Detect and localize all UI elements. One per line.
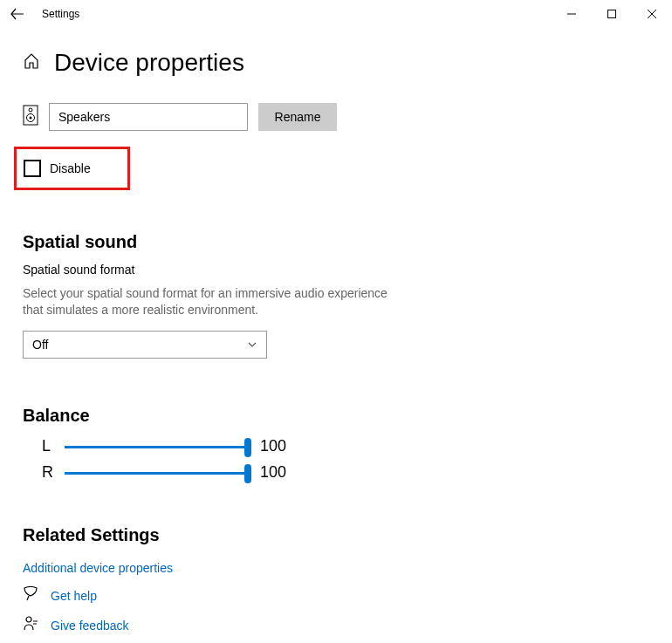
additional-device-properties-link[interactable]: Additional device properties xyxy=(23,561,173,575)
chevron-down-icon xyxy=(247,339,257,350)
slider-thumb[interactable] xyxy=(244,438,251,457)
related-settings-heading: Related Settings xyxy=(23,525,649,545)
balance-left-slider[interactable] xyxy=(65,436,248,457)
window-title: Settings xyxy=(42,8,79,20)
spatial-sound-select[interactable]: Off xyxy=(23,331,267,359)
disable-checkbox[interactable] xyxy=(24,160,41,177)
disable-label: Disable xyxy=(50,161,91,175)
svg-point-2 xyxy=(29,108,32,112)
spatial-sound-value: Off xyxy=(32,338,48,352)
balance-right-label: R xyxy=(42,463,52,482)
svg-rect-0 xyxy=(608,10,616,18)
rename-button[interactable]: Rename xyxy=(258,103,337,131)
minimize-icon xyxy=(567,10,576,18)
svg-point-4 xyxy=(30,117,32,120)
svg-point-5 xyxy=(26,617,31,622)
close-button[interactable] xyxy=(632,0,672,28)
feedback-icon xyxy=(23,616,38,635)
maximize-button[interactable] xyxy=(592,0,632,28)
give-feedback-link[interactable]: Give feedback xyxy=(51,619,129,633)
balance-left-label: L xyxy=(42,437,52,455)
balance-right-slider[interactable] xyxy=(65,462,248,483)
close-icon xyxy=(648,10,656,18)
disable-highlight: Disable xyxy=(14,147,130,190)
back-arrow-icon xyxy=(10,7,24,21)
speaker-icon xyxy=(23,105,38,129)
device-name-input[interactable] xyxy=(49,103,248,131)
spatial-sound-label: Spatial sound format xyxy=(23,263,649,277)
home-icon[interactable] xyxy=(23,52,40,73)
help-icon xyxy=(23,586,38,605)
balance-heading: Balance xyxy=(23,406,649,426)
slider-thumb[interactable] xyxy=(244,464,251,483)
balance-right-value: 100 xyxy=(260,463,286,482)
back-button[interactable] xyxy=(0,0,35,28)
spatial-sound-heading: Spatial sound xyxy=(23,232,649,252)
get-help-link[interactable]: Get help xyxy=(51,589,97,603)
page-title: Device properties xyxy=(54,49,244,77)
balance-left-value: 100 xyxy=(260,437,286,455)
spatial-sound-description: Select your spatial sound format for an … xyxy=(23,285,407,318)
minimize-button[interactable] xyxy=(552,0,592,28)
maximize-icon xyxy=(607,10,616,18)
